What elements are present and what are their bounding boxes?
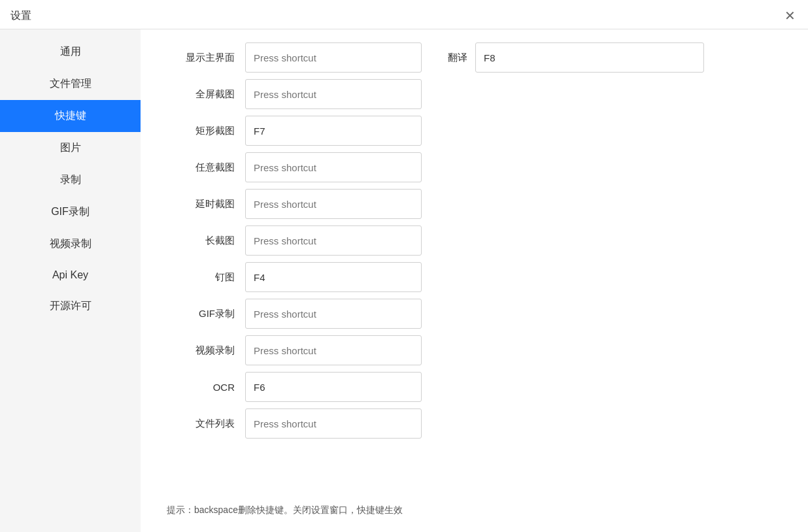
shortcut-rows: 显示主界面翻译全屏截图矩形截图任意截图延时截图长截图钉图GIF录制视频录制OCR…: [167, 42, 782, 499]
translate-section: 翻译: [448, 42, 704, 73]
shortcut-input-free-capture[interactable]: [245, 152, 422, 182]
sidebar-item-image[interactable]: 图片: [0, 132, 141, 164]
sidebar: 通用文件管理快捷键图片录制GIF录制视频录制Api Key开源许可: [0, 29, 141, 532]
settings-row-fullscreen-capture: 全屏截图: [167, 79, 782, 109]
label-fullscreen-capture: 全屏截图: [167, 88, 245, 101]
shortcut-input-gif-record[interactable]: [245, 299, 422, 329]
label-rect-capture: 矩形截图: [167, 125, 245, 137]
content-area: 通用文件管理快捷键图片录制GIF录制视频录制Api Key开源许可 显示主界面翻…: [0, 29, 808, 532]
sidebar-item-shortcuts[interactable]: 快捷键: [0, 100, 141, 132]
shortcut-input-long-capture[interactable]: [245, 225, 422, 256]
close-button[interactable]: ✕: [782, 8, 798, 24]
label-video-record: 视频录制: [167, 344, 245, 357]
shortcut-input-file-list[interactable]: [245, 408, 422, 439]
shortcut-input-delay-capture[interactable]: [245, 189, 422, 219]
shortcut-input-fullscreen-capture[interactable]: [245, 79, 422, 109]
shortcut-input-rect-capture[interactable]: [245, 116, 422, 146]
sidebar-item-gif-record[interactable]: GIF录制: [0, 196, 141, 228]
settings-row-gif-record: GIF录制: [167, 299, 782, 329]
label-pin-image: 钉图: [167, 271, 245, 284]
sidebar-item-open-source[interactable]: 开源许可: [0, 290, 141, 322]
sidebar-item-record[interactable]: 录制: [0, 164, 141, 196]
settings-row-pin-image: 钉图: [167, 262, 782, 292]
settings-row-delay-capture: 延时截图: [167, 189, 782, 219]
settings-row-ocr: OCR: [167, 372, 782, 402]
settings-row-long-capture: 长截图: [167, 225, 782, 256]
settings-row-show-main: 显示主界面翻译: [167, 42, 782, 73]
sidebar-item-api-key[interactable]: Api Key: [0, 260, 141, 290]
translate-label: 翻译: [448, 52, 467, 64]
sidebar-item-video-record[interactable]: 视频录制: [0, 228, 141, 260]
label-ocr: OCR: [167, 382, 245, 393]
shortcut-input-pin-image[interactable]: [245, 262, 422, 292]
label-file-list: 文件列表: [167, 418, 245, 430]
settings-window: 设置 ✕ 通用文件管理快捷键图片录制GIF录制视频录制Api Key开源许可 显…: [0, 0, 808, 532]
settings-row-free-capture: 任意截图: [167, 152, 782, 182]
window-title: 设置: [10, 9, 31, 23]
label-long-capture: 长截图: [167, 235, 245, 247]
settings-row-video-record: 视频录制: [167, 335, 782, 365]
settings-row-file-list: 文件列表: [167, 408, 782, 439]
translate-input[interactable]: [475, 42, 704, 73]
label-show-main: 显示主界面: [167, 52, 245, 64]
label-free-capture: 任意截图: [167, 161, 245, 174]
shortcut-input-show-main[interactable]: [245, 42, 422, 73]
sidebar-item-file-management[interactable]: 文件管理: [0, 68, 141, 100]
hint-bar: 提示：backspace删除快捷键。关闭设置窗口，快捷键生效: [167, 499, 782, 519]
title-bar: 设置 ✕: [0, 0, 808, 29]
sidebar-item-general[interactable]: 通用: [0, 36, 141, 68]
shortcut-input-video-record[interactable]: [245, 335, 422, 365]
shortcut-input-ocr[interactable]: [245, 372, 422, 402]
main-area: 显示主界面翻译全屏截图矩形截图任意截图延时截图长截图钉图GIF录制视频录制OCR…: [141, 29, 808, 532]
label-delay-capture: 延时截图: [167, 198, 245, 210]
label-gif-record: GIF录制: [167, 308, 245, 320]
settings-row-rect-capture: 矩形截图: [167, 116, 782, 146]
